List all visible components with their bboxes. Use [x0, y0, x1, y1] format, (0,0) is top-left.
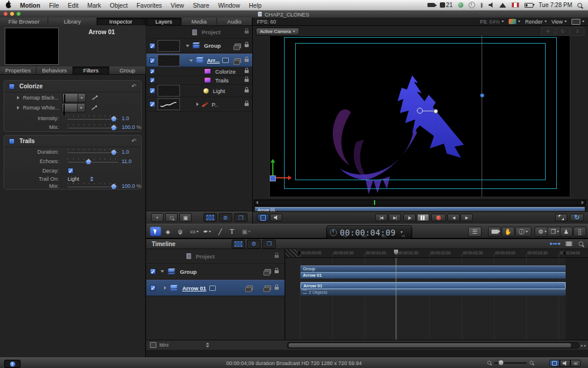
menu-mark[interactable]: Mark [87, 2, 101, 9]
trails-reset-icon[interactable]: ↶ [132, 138, 136, 144]
layer-row-trails[interactable]: Trails [146, 76, 252, 85]
disclosure-icon[interactable] [186, 45, 189, 47]
tab-media[interactable]: Media [182, 18, 217, 25]
row-checkbox[interactable] [150, 268, 156, 274]
show-full-view-toggle[interactable] [257, 214, 269, 221]
timecode-dropdown-icon[interactable] [400, 231, 403, 233]
pause-button[interactable]: ▌▌ [417, 214, 429, 221]
bezier-tool[interactable]: ✒ [202, 227, 213, 236]
render-popup[interactable]: Render [525, 19, 547, 25]
zoom-out-icon[interactable] [487, 361, 491, 364]
filmstrip-button[interactable]: ▣ [179, 213, 192, 222]
zoom-in-icon[interactable] [530, 361, 533, 364]
disclosure-icon[interactable] [189, 59, 193, 62]
decay-checkbox[interactable] [68, 168, 74, 174]
intensity-slider[interactable] [68, 115, 118, 121]
clone-source-icon[interactable] [246, 286, 253, 290]
intensity-value[interactable]: 1.0 [122, 115, 129, 121]
canvas-viewport[interactable]: Active Camera ✛ ↻ ⇕ [253, 26, 588, 199]
go-to-start-button[interactable]: |◀ [375, 214, 387, 221]
menu-favorites[interactable]: Favorites [136, 2, 162, 9]
pan-tool[interactable]: ψ [175, 227, 186, 236]
import-camera-button[interactable] [488, 227, 501, 237]
mini-curve-icon[interactable] [209, 286, 216, 291]
adjust-3d-tool[interactable]: ◈ [162, 227, 173, 236]
out-point-marker[interactable] [563, 251, 566, 256]
project-pane-toggle[interactable]: ☰ [468, 227, 482, 237]
remap-black-color-well[interactable] [62, 93, 86, 103]
menu-object[interactable]: Object [110, 2, 128, 9]
record-button[interactable] [431, 214, 446, 221]
light-drag-handle[interactable] [433, 109, 438, 114]
add-filter-button[interactable]: ⓘ [515, 227, 532, 237]
show-masks-toggle[interactable] [203, 213, 217, 222]
scrollbar-thumb[interactable] [289, 343, 571, 347]
volume-icon[interactable] [489, 2, 494, 8]
loop-playback-button[interactable]: ↻ [570, 214, 584, 221]
trails-mix-slider[interactable] [68, 183, 118, 189]
tab-properties[interactable]: Properties [0, 67, 36, 74]
globe-icon[interactable] [458, 2, 463, 8]
search-button[interactable] [165, 213, 178, 222]
timeline-row-project[interactable]: Project [146, 249, 285, 264]
dolly-view-tool[interactable]: ⇕ [570, 27, 584, 36]
tab-behaviors[interactable]: Behaviors [36, 67, 73, 74]
canada-flag-icon[interactable] [512, 2, 519, 8]
menu-view[interactable]: View [171, 2, 184, 9]
apple-menu-icon[interactable] [6, 2, 11, 8]
view-popup[interactable]: View [552, 19, 567, 25]
add-behavior-button[interactable]: ✋ [502, 227, 514, 237]
clone-stack-icon[interactable] [235, 44, 241, 48]
mini-timebar-clip[interactable]: Arrow 01 [255, 207, 584, 211]
arrow-track-bar[interactable]: Arrow 01 [300, 272, 566, 279]
clone-stack-icon[interactable] [265, 269, 271, 274]
eyedropper-icon[interactable] [91, 105, 97, 111]
show-filters-toggle[interactable]: ❒ [234, 213, 248, 222]
color-dropdown[interactable] [78, 93, 86, 103]
scroll-arrows[interactable]: ◂▸ [580, 343, 586, 348]
eyedropper-icon[interactable] [91, 95, 98, 101]
zoom-popup[interactable]: Fit: 64% [480, 19, 505, 25]
clone-stack-icon[interactable] [235, 58, 241, 63]
disclosure-icon[interactable] [196, 102, 199, 106]
lock-icon[interactable] [245, 44, 249, 47]
trails-mix-value[interactable]: 100.0 % [122, 183, 141, 189]
group-track-bar[interactable]: Group [300, 266, 566, 272]
disclosure-icon[interactable] [161, 270, 164, 273]
timeline-zoom-level-popup[interactable]: Mini [150, 342, 209, 348]
orbit-view-tool[interactable]: ↻ [556, 27, 570, 36]
tab-group[interactable]: Group [109, 67, 146, 74]
menu-window[interactable]: Window [218, 2, 240, 9]
duration-value[interactable]: 1.0 [122, 149, 129, 155]
go-to-end-button[interactable]: ▶| [389, 214, 401, 221]
expand-canvas-button[interactable] [555, 214, 567, 221]
rectangle-tool[interactable]: ▭ [189, 227, 200, 236]
pan-view-tool[interactable]: ✛ [541, 27, 555, 36]
mute-button[interactable] [270, 214, 282, 221]
trails-enable-checkbox[interactable] [9, 138, 15, 144]
step-back-button[interactable]: ◀ [447, 214, 460, 221]
timeline-playhead[interactable] [396, 258, 396, 350]
tab-file-browser[interactable]: File Browser [0, 18, 48, 25]
timeline-show-behaviors-toggle[interactable]: ⚙ [247, 240, 260, 248]
lock-icon[interactable] [245, 79, 249, 82]
layer-checkbox[interactable] [149, 58, 155, 64]
replicator-button[interactable]: ♟ [560, 227, 573, 237]
timeline-zoom-icon[interactable] [579, 241, 583, 246]
bluetooth-icon[interactable]: ᛒ [480, 2, 483, 8]
timecode-display[interactable]: 00:00:04:09 HRMINSECFR [326, 226, 412, 239]
timeline-h-scrollbar[interactable] [287, 342, 579, 349]
camera-popup[interactable]: Active Camera [256, 28, 299, 35]
disclosure-icon[interactable] [17, 96, 19, 100]
lock-icon[interactable] [275, 287, 279, 290]
show-behaviors-toggle[interactable]: ⚙ [219, 213, 232, 222]
time-machine-icon[interactable] [469, 2, 475, 8]
layer-checkbox[interactable] [149, 88, 155, 94]
disclosure-icon[interactable] [17, 106, 19, 110]
disclosure-icon[interactable] [164, 286, 166, 290]
scrub-right-arrow-icon[interactable] [582, 201, 584, 204]
menu-file[interactable]: File [49, 2, 59, 9]
layer-checkbox[interactable] [149, 101, 155, 107]
layer-checkbox[interactable] [149, 43, 155, 49]
menu-help[interactable]: Help [249, 2, 262, 9]
